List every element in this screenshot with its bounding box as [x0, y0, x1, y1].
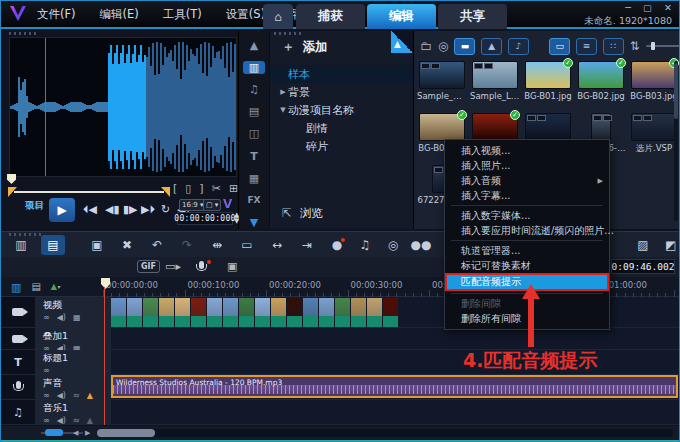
- track-header-title[interactable]: 标题1∞: [35, 350, 111, 374]
- transparency-icon[interactable]: ▦: [73, 313, 81, 322]
- video-clip[interactable]: [287, 298, 302, 327]
- video-clip[interactable]: [271, 298, 286, 327]
- pin-corner-icon[interactable]: [391, 31, 413, 53]
- track-header-music[interactable]: 音乐1∞◀)≈▲: [35, 400, 111, 424]
- library-item[interactable]: ✓BG-B01.jpg: [523, 61, 573, 101]
- preview-timecode[interactable]: 00:00:00:000: [177, 212, 233, 225]
- video-clip[interactable]: [239, 298, 254, 327]
- audio-cue-icon[interactable]: ▲: [87, 416, 93, 425]
- frame-size-icon[interactable]: ▭: [235, 235, 259, 255]
- video-clip[interactable]: [335, 298, 350, 327]
- tree-item-4[interactable]: 碎片: [270, 137, 414, 155]
- preview-option-dropdown[interactable]: ▢ ▾: [203, 199, 221, 211]
- mark-in-icon[interactable]: [: [173, 183, 177, 194]
- go-start-icon[interactable]: ⏴◀: [83, 203, 97, 216]
- zoom-slider-thumb[interactable]: [45, 429, 63, 436]
- tree-item-2[interactable]: ▼动漫项目名称: [270, 101, 414, 119]
- zoom-in-icon[interactable]: ▶: [85, 429, 90, 437]
- gif-creator-button[interactable]: GIF: [137, 260, 160, 273]
- library-scrollbar[interactable]: [674, 61, 678, 221]
- trim-tool-icon[interactable]: ⇥: [295, 235, 319, 255]
- library-item[interactable]: Sample_360...: [417, 61, 467, 101]
- browse-button[interactable]: ⇱ 浏览: [282, 206, 323, 221]
- track-header-voice[interactable]: 声音∞◀)≈▲: [35, 375, 111, 399]
- trim-icon[interactable]: ▯: [185, 183, 191, 194]
- thumbnail-size-slider[interactable]: [646, 45, 680, 47]
- scroll-down-icon[interactable]: ▼: [243, 216, 265, 229]
- panel-drag-handle[interactable]: [9, 32, 39, 35]
- library-item[interactable]: ✓BG-B02.jpg: [576, 61, 626, 101]
- go-end-icon[interactable]: ▶⏵: [141, 203, 155, 216]
- panel-drag-handle[interactable]: [274, 32, 304, 35]
- split-clip-icon[interactable]: ✂: [212, 183, 221, 194]
- media-thumbnail[interactable]: [631, 113, 677, 141]
- video-clip[interactable]: [351, 298, 366, 327]
- link-icon[interactable]: ∞: [43, 391, 50, 400]
- import-media-icon[interactable]: 🗀: [420, 40, 432, 52]
- storyboard-view-icon[interactable]: ▥: [9, 235, 33, 255]
- undo-icon[interactable]: ↶: [145, 235, 169, 255]
- tab-capture[interactable]: 捕获: [296, 4, 365, 29]
- color-grading-icon[interactable]: ●: [325, 235, 349, 255]
- voiceover-mic-icon[interactable]: [199, 261, 204, 269]
- media-thumbnail[interactable]: ✓: [631, 61, 677, 89]
- video-clip[interactable]: [159, 298, 174, 327]
- video-clip[interactable]: [111, 298, 126, 327]
- menu-item-2[interactable]: 工具(T): [163, 7, 202, 22]
- tree-item-1[interactable]: ▶背景: [270, 83, 414, 101]
- audio-cue-icon[interactable]: ▲: [87, 391, 93, 400]
- mask-creator-icon[interactable]: ▨: [631, 235, 655, 255]
- pan-zoom-icon[interactable]: ◩: [659, 235, 680, 255]
- video-clip[interactable]: [191, 298, 206, 327]
- filter-video-button[interactable]: ▬: [454, 38, 475, 55]
- transition-gallery-icon[interactable]: ◫: [243, 127, 265, 140]
- link-icon[interactable]: ∞: [43, 313, 50, 322]
- trim-position-marker[interactable]: [7, 174, 16, 184]
- speaker-icon[interactable]: ◀): [57, 313, 66, 322]
- filter-gallery-icon[interactable]: FX: [243, 194, 265, 207]
- next-frame-icon[interactable]: ▮▶: [123, 203, 138, 216]
- minimize-icon[interactable]: ─: [625, 3, 631, 13]
- tab-share[interactable]: 共享: [438, 4, 507, 29]
- speaker-icon[interactable]: ◀): [57, 391, 66, 400]
- play-button[interactable]: ▶: [49, 198, 75, 222]
- preview-waveform[interactable]: [9, 37, 237, 177]
- split-icon[interactable]: ↔: [265, 235, 289, 255]
- prev-frame-icon[interactable]: ◀▮: [105, 203, 120, 216]
- video-clip[interactable]: [383, 298, 398, 327]
- tools-icon[interactable]: ✖: [115, 235, 139, 255]
- media-thumbnail[interactable]: [419, 61, 465, 89]
- auto-music-icon[interactable]: ♫: [353, 235, 377, 255]
- context-menu-item-9[interactable]: 标记可替换素材: [445, 258, 609, 273]
- media-thumbnail[interactable]: ✓: [472, 113, 518, 141]
- horizontal-scrollbar[interactable]: [97, 429, 673, 437]
- waveform-toggle-icon[interactable]: ≈: [73, 391, 80, 400]
- context-menu-item-1[interactable]: 插入照片...: [445, 158, 609, 173]
- context-menu-item-3[interactable]: 插入字幕...: [445, 188, 609, 203]
- graphic-gallery-icon[interactable]: ▦: [243, 172, 265, 185]
- copy-icon[interactable]: ▣: [85, 235, 109, 255]
- context-menu-item-5[interactable]: 插入数字媒体...: [445, 208, 609, 223]
- fit-project-icon[interactable]: ⇹: [205, 235, 229, 255]
- video-clip[interactable]: [143, 298, 158, 327]
- media-thumbnail[interactable]: [525, 113, 571, 141]
- menu-item-3[interactable]: 设置(S): [226, 7, 265, 22]
- track-content-music[interactable]: [111, 400, 679, 424]
- media-thumbnail[interactable]: ✓: [419, 113, 465, 141]
- close-icon[interactable]: ✕: [664, 3, 672, 13]
- waveform-toggle-icon[interactable]: ≈: [73, 416, 80, 425]
- tab-edit[interactable]: 编辑: [367, 4, 436, 29]
- horizontal-scroll-thumb[interactable]: [97, 429, 155, 437]
- sort-icon[interactable]: ⇅: [630, 40, 640, 52]
- tree-item-3[interactable]: 剧情: [270, 119, 414, 137]
- track-header-overlay[interactable]: 叠加1∞◀)▦: [35, 328, 111, 349]
- video-clip[interactable]: [175, 298, 190, 327]
- trim-handle-end[interactable]: [161, 187, 170, 197]
- video-clip[interactable]: [303, 298, 318, 327]
- library-item[interactable]: ✓BG-B03.jpg: [629, 61, 679, 101]
- library-item[interactable]: Sample_Lak...: [470, 61, 520, 101]
- instant-project-icon[interactable]: ▤: [243, 105, 265, 118]
- clip-mode-label[interactable]: 素材: [25, 200, 44, 229]
- context-menu-item-6[interactable]: 插入要应用时间流逝/频闪的照片...: [445, 223, 609, 238]
- redo-icon[interactable]: ↷: [175, 235, 199, 255]
